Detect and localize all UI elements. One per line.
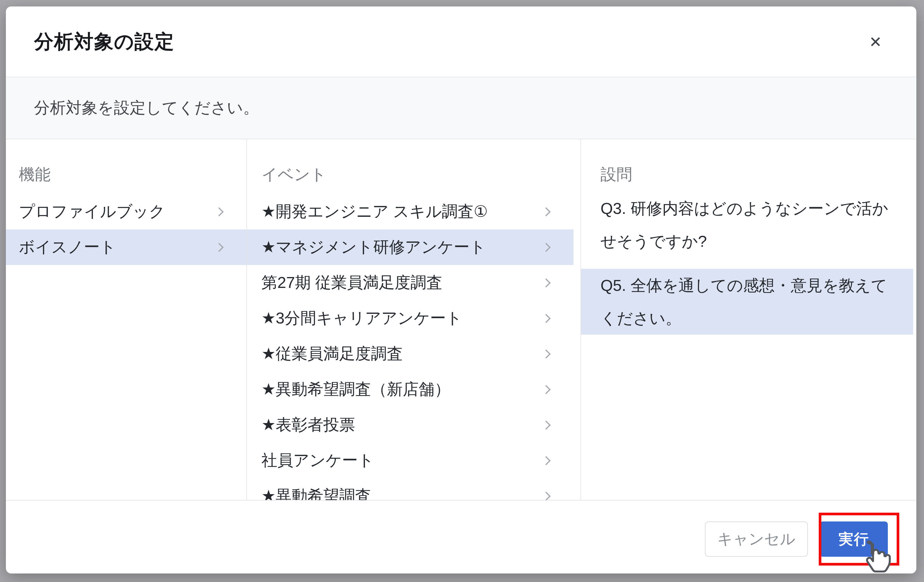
dialog-subtitle-bar: 分析対象を設定してください。 — [6, 77, 916, 139]
chevron-right-icon — [541, 456, 551, 465]
selection-columns: 機能 プロファイルブック ボイスノート イベント ★開発エンジニア スキル調査① — [6, 139, 916, 500]
chevron-right-icon — [541, 385, 551, 394]
list-item-label: プロファイルブック — [19, 201, 165, 222]
list-item-label: ボイスノート — [19, 237, 116, 258]
event-item[interactable]: 社員アンケート — [247, 443, 573, 478]
list-item-label: ★表彰者投票 — [261, 414, 355, 436]
column-header-feature: 機能 — [19, 164, 51, 186]
event-item[interactable]: ★表彰者投票 — [247, 407, 573, 443]
chevron-right-icon — [214, 243, 223, 252]
list-item-label: ★開発エンジニア スキル調査① — [261, 201, 488, 222]
event-item[interactable]: ★異動希望調査（新店舗） — [247, 372, 573, 407]
dialog-footer: キャンセル 実行 — [6, 500, 916, 574]
chevron-right-icon — [541, 349, 551, 358]
question-item-q3[interactable]: Q3. 研修内容はどのようなシーンで活かせそうですか? — [581, 192, 913, 258]
close-icon: ✕ — [869, 35, 882, 50]
feature-item-voice-note[interactable]: ボイスノート — [6, 229, 246, 265]
list-item-label: ★異動希望調査 — [261, 485, 371, 500]
column-question: 設問 Q3. 研修内容はどのようなシーンで活かせそうですか? Q5. 全体を通し… — [581, 139, 916, 500]
feature-item-profile-book[interactable]: プロファイルブック — [6, 194, 246, 229]
event-list: ★開発エンジニア スキル調査① ★マネジメント研修アンケート 第27期 従業員満… — [247, 194, 581, 500]
column-event: イベント ★開発エンジニア スキル調査① ★マネジメント研修アンケート 第27期… — [247, 139, 581, 500]
event-item[interactable]: ★3分間キャリアアンケート — [247, 301, 573, 336]
close-button[interactable]: ✕ — [864, 31, 887, 53]
execute-button[interactable]: 実行 — [820, 521, 888, 557]
list-item-label: ★異動希望調査（新店舗） — [261, 379, 450, 400]
chevron-right-icon — [541, 278, 551, 287]
event-item[interactable]: ★マネジメント研修アンケート — [247, 229, 573, 265]
feature-list: プロファイルブック ボイスノート — [6, 194, 246, 265]
chevron-right-icon — [541, 492, 551, 500]
question-list: Q3. 研修内容はどのようなシーンで活かせそうですか? Q5. 全体を通しての感… — [581, 192, 916, 335]
dialog-title: 分析対象の設定 — [34, 28, 175, 55]
event-item[interactable]: ★異動希望調査 — [247, 478, 573, 500]
chevron-right-icon — [541, 314, 551, 323]
list-item-label: 社員アンケート — [261, 450, 374, 471]
chevron-right-icon — [541, 207, 551, 216]
analysis-target-dialog: 分析対象の設定 ✕ 分析対象を設定してください。 機能 プロファイルブック ボイ… — [6, 7, 916, 574]
column-feature: 機能 プロファイルブック ボイスノート — [6, 139, 247, 500]
chevron-right-icon — [541, 421, 551, 429]
event-item[interactable]: ★開発エンジニア スキル調査① — [247, 194, 573, 229]
dialog-header: 分析対象の設定 ✕ — [6, 7, 916, 77]
chevron-right-icon — [214, 207, 223, 216]
event-item[interactable]: 第27期 従業員満足度調査 — [247, 265, 573, 301]
cancel-button[interactable]: キャンセル — [705, 521, 808, 557]
column-header-event: イベント — [261, 164, 327, 186]
list-item-label: 第27期 従業員満足度調査 — [261, 272, 442, 294]
question-item-q5[interactable]: Q5. 全体を通しての感想・意見を教えてください。 — [581, 269, 913, 335]
list-item-label: ★従業員満足度調査 — [261, 343, 403, 365]
dialog-subtitle: 分析対象を設定してください。 — [34, 97, 259, 119]
event-item[interactable]: ★従業員満足度調査 — [247, 336, 573, 372]
list-item-label: ★マネジメント研修アンケート — [261, 237, 486, 258]
column-header-question: 設問 — [601, 164, 632, 186]
list-item-label: ★3分間キャリアアンケート — [261, 307, 462, 329]
chevron-right-icon — [541, 243, 551, 252]
